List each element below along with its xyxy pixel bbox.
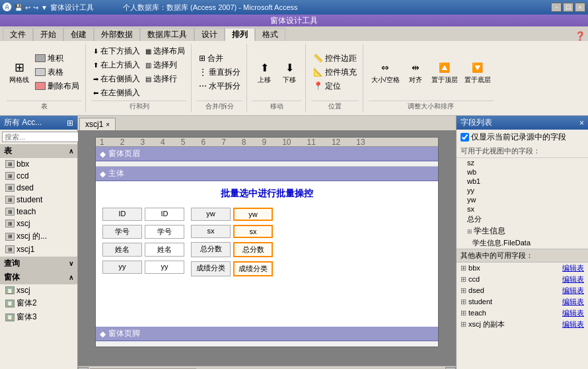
other-table-student[interactable]: ⊞ student 编辑表 — [457, 296, 588, 308]
edit-table-bbx[interactable]: 编辑表 — [562, 263, 584, 273]
field-item-sz[interactable]: sz — [457, 158, 588, 167]
btn-dellayout[interactable]: 删除布局 — [33, 80, 81, 93]
tab-dbtool[interactable]: 数据库工具 — [140, 28, 194, 41]
table-item-bbx[interactable]: ⊞ bbx — [0, 158, 77, 170]
field-item-sx[interactable]: sx — [457, 204, 588, 214]
input-xingming[interactable]: 姓名 — [145, 243, 184, 257]
scroll-left-btn[interactable]: ◀ — [78, 367, 89, 370]
help-icon[interactable]: ❓ — [575, 31, 585, 41]
doc-tab-xscj1[interactable]: xscj1 × — [79, 118, 116, 130]
btn-locate[interactable]: 📍 定位 — [311, 80, 343, 93]
table-item-xscj1[interactable]: ⊞ xscj1 — [0, 243, 77, 255]
expand-icon-footer: ◆ — [100, 329, 106, 339]
btn-table[interactable]: 表格 — [33, 66, 81, 79]
btn-send-back[interactable]: 🔽 置于底层 — [462, 58, 494, 86]
btn-size-space[interactable]: ⇔ 大小/空格 — [369, 58, 402, 86]
other-table-teach[interactable]: ⊞ teach 编辑表 — [457, 308, 588, 319]
edit-table-dsed[interactable]: 编辑表 — [562, 286, 584, 296]
input-yy[interactable]: yy — [145, 261, 184, 274]
form-icon-form2: 📋 — [5, 300, 15, 308]
doc-tab-close-icon[interactable]: × — [106, 121, 110, 128]
btn-stack[interactable]: 堆积 — [33, 52, 81, 65]
btn-select-row[interactable]: ▤ 选择行 — [143, 73, 179, 85]
tab-create[interactable]: 创建 — [63, 28, 94, 41]
right-panel-close-icon[interactable]: × — [579, 118, 584, 128]
other-table-bbx[interactable]: ⊞ bbx 编辑表 — [457, 263, 588, 274]
input-zongshu[interactable]: 总分数 — [233, 242, 273, 257]
scroll-right-btn[interactable]: ▶ — [445, 367, 456, 370]
table-item-xscj[interactable]: ⊞ xscj — [0, 218, 77, 229]
edit-table-student[interactable]: 编辑表 — [562, 297, 584, 307]
tab-file[interactable]: 文件 — [3, 28, 33, 41]
btn-insert-right[interactable]: ➡ 在右侧插入 — [91, 73, 142, 85]
edit-table-teach[interactable]: 编辑表 — [562, 308, 584, 318]
btn-hsplit[interactable]: ⋯ 水平拆分 — [197, 80, 242, 93]
input-cjfl[interactable]: 成绩分类 — [233, 261, 273, 276]
right-panel-option[interactable]: 仅显示当前记录源中的字段 — [457, 130, 588, 145]
form-section-header[interactable]: 窗体 ∧ — [0, 270, 77, 284]
field-item-filedata[interactable]: 学生信息.FileData — [457, 237, 588, 249]
table-section-toggle[interactable]: ∧ — [69, 147, 73, 155]
other-table-xscj-copy[interactable]: ⊞ xscj 的副本 编辑表 — [457, 319, 588, 330]
btn-select-col[interactable]: ▥ 选择列 — [143, 59, 179, 71]
input-yw[interactable]: yw — [233, 208, 273, 221]
input-id[interactable]: ID — [145, 208, 184, 221]
field-item-zongshu[interactable]: 总分 — [457, 214, 588, 225]
tab-start[interactable]: 开始 — [33, 28, 63, 41]
close-btn[interactable]: × — [575, 3, 585, 12]
btn-gridlines[interactable]: ⊞ 网格线 — [7, 58, 32, 86]
h-scrollbar[interactable]: ◀ ▶ — [78, 366, 456, 369]
edit-table-ccd[interactable]: 编辑表 — [562, 274, 584, 284]
field-item-wb1[interactable]: wb1 — [457, 177, 588, 186]
input-sx[interactable]: sx — [233, 225, 273, 238]
btn-vsplit[interactable]: ⋮ 垂直拆分 — [197, 66, 242, 79]
only-current-checkbox[interactable] — [460, 133, 469, 142]
other-table-bbx-name: ⊞ bbx — [460, 264, 480, 272]
table-section-header[interactable]: 表 ∧ — [0, 144, 77, 158]
other-table-dsed[interactable]: ⊞ dsed 编辑表 — [457, 285, 588, 296]
title-bar-left: 🅐 💾 ↩ ↪ ▼ 窗体设计工具 个人数据库：数据库 (Access 2007)… — [3, 2, 298, 13]
query-section-header[interactable]: 查询 ∨ — [0, 257, 77, 270]
tab-format[interactable]: 格式 — [255, 28, 285, 41]
stack-icon — [35, 54, 46, 62]
query-section-toggle[interactable]: ∨ — [69, 260, 73, 267]
table-item-teach[interactable]: ⊞ teach — [0, 206, 77, 218]
tab-external[interactable]: 外部数据 — [94, 28, 140, 41]
table-item-student[interactable]: ⊞ student — [0, 194, 77, 206]
form-item-form3[interactable]: 📋 窗体3 — [0, 310, 77, 324]
minimize-btn[interactable]: － — [551, 3, 562, 12]
btn-insert-left[interactable]: ⬅ 在左侧插入 — [91, 87, 142, 99]
btn-ctrl-margin[interactable]: 📏 控件边距 — [311, 52, 359, 65]
btn-insert-above[interactable]: ⬆ 在上方插入 — [91, 59, 142, 71]
tab-arrange[interactable]: 排列 — [225, 28, 255, 41]
btn-moveup[interactable]: ⬆ 上移 — [252, 58, 276, 86]
table-item-dsed[interactable]: ⊞ dsed — [0, 182, 77, 194]
btn-insert-below[interactable]: ⬇ 在下方插入 — [91, 45, 142, 58]
table-label: 表格 — [48, 67, 63, 78]
field-item-wb[interactable]: wb — [457, 167, 588, 177]
field-item-yy[interactable]: yy — [457, 186, 588, 195]
maximize-btn[interactable]: 口 — [563, 3, 573, 12]
table-item-xscj2[interactable]: ⊞ xscj 的... — [0, 229, 77, 243]
other-table-ccd[interactable]: ⊞ ccd 编辑表 — [457, 274, 588, 285]
form-item-form2[interactable]: 📋 窗体2 — [0, 296, 77, 310]
table-item-ccd[interactable]: ⊞ ccd — [0, 170, 77, 182]
btn-select-layout[interactable]: ▦ 选择布局 — [143, 45, 187, 58]
btn-movedown[interactable]: ⬇ 下移 — [277, 58, 301, 86]
ctrl-margin-icon: 📏 — [313, 54, 323, 63]
tab-design[interactable]: 设计 — [194, 28, 225, 41]
table-items: ⊞ bbx ⊞ ccd ⊞ dsed ⊞ student ⊞ teach ⊞ x… — [0, 158, 77, 369]
btn-bring-front[interactable]: 🔼 置于顶层 — [429, 58, 460, 86]
edit-table-xscj-copy[interactable]: 编辑表 — [562, 319, 584, 329]
form-section-toggle[interactable]: ∧ — [69, 274, 73, 281]
btn-ctrl-padding[interactable]: 📐 控件填充 — [311, 66, 359, 79]
form-section-label: 窗体 — [4, 272, 20, 283]
field-item-xuesheng[interactable]: ⊞ 学生信息 — [457, 225, 588, 237]
form-body[interactable]: 批量选中进行批量操控 ID ID 学号 — [96, 181, 438, 327]
form-item-xscj[interactable]: 📋 xscj — [0, 284, 77, 296]
select-row-icon: ▤ — [145, 75, 151, 83]
btn-merge[interactable]: ⊞ 合并 — [197, 52, 225, 65]
input-xuehao[interactable]: 学号 — [145, 225, 184, 239]
field-item-yw[interactable]: yw — [457, 195, 588, 204]
btn-align[interactable]: ⇹ 对齐 — [404, 58, 427, 86]
